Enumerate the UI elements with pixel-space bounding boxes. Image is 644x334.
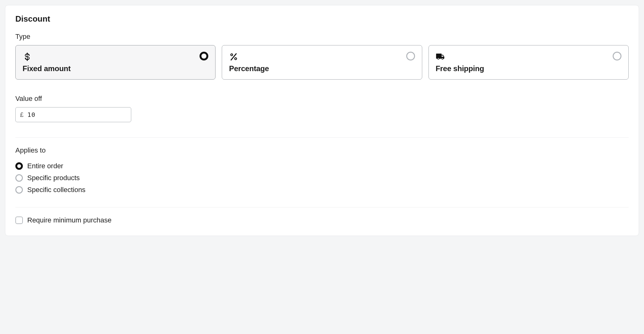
value-off-field: Value off £ bbox=[15, 95, 629, 122]
applies-to-options: Entire order Specific products Specific … bbox=[15, 160, 629, 196]
currency-symbol: £ bbox=[20, 111, 23, 118]
divider bbox=[15, 207, 629, 207]
value-off-label: Value off bbox=[15, 95, 629, 103]
type-option-free-shipping[interactable]: Free shipping bbox=[428, 45, 629, 80]
type-field: Type Fixed amount Percentage bbox=[15, 33, 629, 80]
radio-indicator bbox=[15, 186, 23, 194]
applies-to-field: Applies to Entire order Specific product… bbox=[15, 146, 629, 196]
require-minimum-purchase-label: Require minimum purchase bbox=[27, 216, 112, 224]
percent-icon bbox=[229, 51, 415, 62]
type-option-label: Fixed amount bbox=[23, 64, 208, 73]
radio-indicator bbox=[406, 52, 415, 60]
checkbox-indicator bbox=[15, 217, 23, 224]
type-option-label: Free shipping bbox=[436, 64, 621, 73]
applies-to-option-specific-products[interactable]: Specific products bbox=[15, 172, 629, 184]
divider bbox=[15, 137, 629, 138]
type-option-label: Percentage bbox=[229, 64, 415, 73]
type-options-row: Fixed amount Percentage Free shipping bbox=[15, 45, 629, 80]
dollar-icon bbox=[23, 51, 208, 62]
value-off-input[interactable] bbox=[27, 111, 127, 118]
value-off-input-group[interactable]: £ bbox=[15, 107, 131, 122]
applies-to-option-label: Specific collections bbox=[27, 186, 86, 194]
applies-to-option-specific-collections[interactable]: Specific collections bbox=[15, 184, 629, 196]
type-option-percentage[interactable]: Percentage bbox=[222, 45, 422, 80]
applies-to-label: Applies to bbox=[15, 146, 629, 154]
section-title: Discount bbox=[15, 14, 629, 24]
truck-icon bbox=[436, 51, 621, 62]
type-label: Type bbox=[15, 33, 629, 41]
applies-to-option-entire-order[interactable]: Entire order bbox=[15, 160, 629, 172]
require-minimum-purchase-checkbox[interactable]: Require minimum purchase bbox=[15, 216, 629, 224]
radio-indicator bbox=[15, 162, 23, 170]
discount-card: Discount Type Fixed amount Percentage bbox=[5, 5, 639, 236]
type-option-fixed-amount[interactable]: Fixed amount bbox=[15, 45, 216, 80]
applies-to-option-label: Entire order bbox=[27, 162, 63, 170]
radio-indicator bbox=[15, 174, 23, 182]
applies-to-option-label: Specific products bbox=[27, 174, 80, 182]
radio-indicator bbox=[613, 52, 621, 60]
